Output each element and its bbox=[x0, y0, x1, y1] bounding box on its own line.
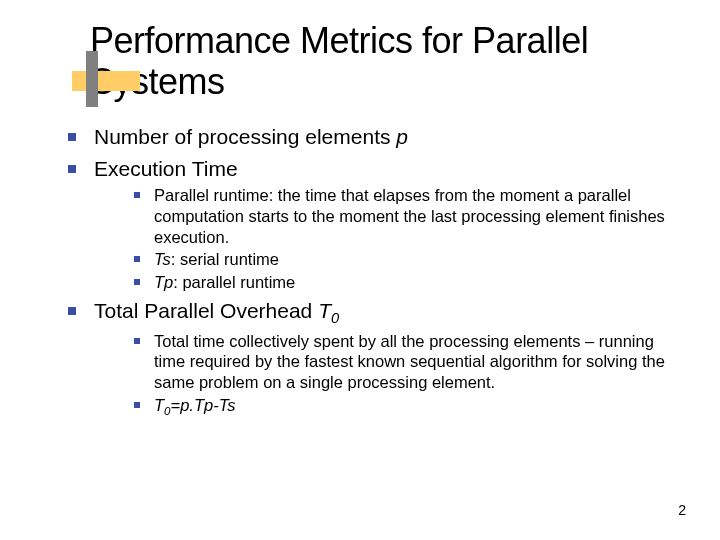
text: Parallel runtime: the time that elapses … bbox=[154, 186, 665, 245]
text: Execution Time bbox=[94, 157, 238, 180]
sub-parallel-runtime: Parallel runtime: the time that elapses … bbox=[94, 185, 680, 247]
text: Number of processing elements bbox=[94, 125, 396, 148]
formula: =p.Tp-Ts bbox=[171, 396, 236, 414]
sublist-execution: Parallel runtime: the time that elapses … bbox=[94, 185, 680, 292]
var-T0: T bbox=[154, 396, 164, 414]
sublist-overhead: Total time collectively spent by all the… bbox=[94, 331, 680, 419]
var-T: T bbox=[318, 299, 331, 322]
sub-ts: Ts: serial runtime bbox=[94, 249, 680, 270]
sub-tp: Tp: parallel runtime bbox=[94, 272, 680, 293]
bullet-list: Number of processing elements p Executio… bbox=[60, 123, 680, 418]
accent-horizontal bbox=[72, 71, 140, 91]
sub-overhead-formula: T0=p.Tp-Ts bbox=[94, 395, 680, 419]
page-number: 2 bbox=[678, 502, 686, 518]
text: : parallel runtime bbox=[173, 273, 295, 291]
var-ts: Ts bbox=[154, 250, 171, 268]
bullet-execution-time: Execution Time Parallel runtime: the tim… bbox=[60, 155, 680, 292]
bullet-processing-elements: Number of processing elements p bbox=[60, 123, 680, 151]
bullet-total-overhead: Total Parallel Overhead T0 Total time co… bbox=[60, 297, 680, 419]
text: : serial runtime bbox=[171, 250, 279, 268]
slide-title: Performance Metrics for Parallel Systems bbox=[90, 20, 680, 103]
text: Total time collectively spent by all the… bbox=[154, 332, 665, 391]
var-p: p bbox=[396, 125, 408, 148]
sub-overhead-desc: Total time collectively spent by all the… bbox=[94, 331, 680, 393]
title-wrap: Performance Metrics for Parallel Systems bbox=[90, 20, 680, 103]
var-tp: Tp bbox=[154, 273, 173, 291]
slide: Performance Metrics for Parallel Systems… bbox=[0, 0, 720, 540]
var-T-sub: 0 bbox=[331, 310, 339, 326]
accent-vertical bbox=[86, 51, 98, 107]
text: Total Parallel Overhead bbox=[94, 299, 318, 322]
